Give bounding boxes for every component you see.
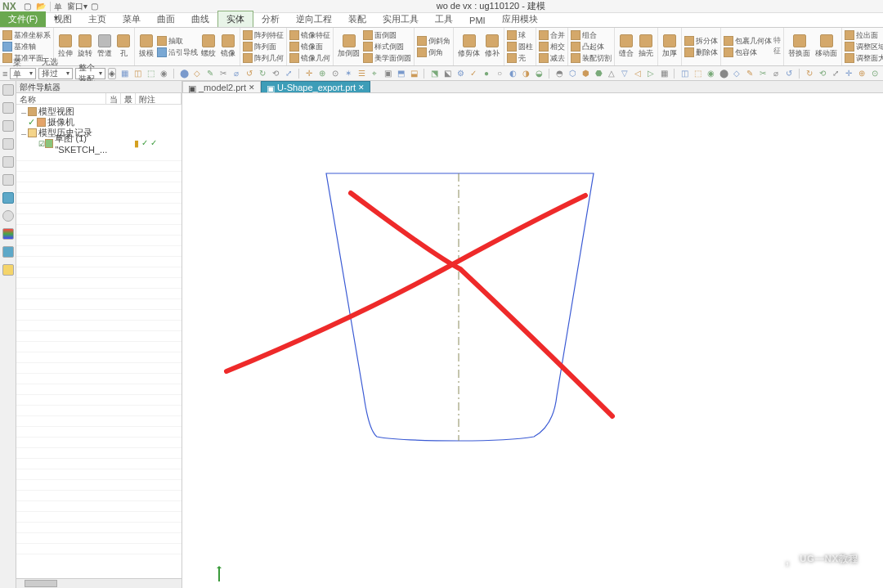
toolbar-icon[interactable]: ✓ (468, 68, 479, 79)
browser-icon[interactable] (2, 174, 14, 186)
toolbar-icon[interactable]: ⬣ (593, 68, 604, 79)
toolbar-icon[interactable]: ✂ (757, 68, 769, 79)
tab-home[interactable]: 主页 (80, 11, 114, 27)
trim-body-button[interactable]: 修剪体 (456, 34, 482, 60)
edge-chamfer-button[interactable]: 倒角 (417, 47, 450, 58)
reuse-library-icon[interactable] (2, 138, 14, 150)
pattern-face-button[interactable]: 阵列面 (243, 42, 284, 52)
part-navigator-icon[interactable] (2, 84, 14, 96)
toolbar-icon[interactable]: ⊕ (856, 68, 867, 79)
history-icon[interactable] (2, 192, 14, 204)
datum-axis-button[interactable]: 基准轴 (2, 42, 51, 52)
tab-surface[interactable]: 曲面 (149, 11, 183, 27)
toolbar-icon[interactable]: ◐ (507, 68, 518, 79)
toolbar-icon[interactable]: ● (481, 68, 492, 79)
toolbar-icon[interactable]: ⤢ (283, 68, 294, 79)
thread-button[interactable]: 螺纹 (199, 34, 217, 60)
pattern-feat-button[interactable]: 阵列特征 (243, 30, 284, 41)
toolbar-icon[interactable]: ⤢ (830, 68, 841, 79)
toolbar-icon[interactable]: ◇ (731, 68, 742, 79)
tab-utilities[interactable]: 实用工具 (374, 11, 427, 27)
extract-button[interactable]: 抽取 (157, 36, 198, 47)
cylinder-button[interactable]: 圆柱 (507, 42, 533, 52)
tab-curve[interactable]: 曲线 (183, 11, 217, 27)
col-current[interactable]: 当 (106, 93, 121, 104)
tab-menu[interactable]: 菜单 (114, 11, 149, 27)
toolbar-icon[interactable]: ⬔ (428, 68, 440, 79)
bounding-body-button[interactable]: 包容体 (724, 47, 772, 58)
tab-reverse[interactable]: 逆向工程 (288, 11, 340, 27)
selection-filter-dropdown[interactable]: 无选择过滤器 (38, 68, 73, 79)
toolbar-icon[interactable]: ⬚ (692, 68, 703, 79)
unite-button[interactable]: 合并 (539, 30, 565, 41)
menu-dropdown[interactable]: 菜单▾ (54, 1, 65, 12)
toolbar-icon[interactable]: ⌀ (231, 68, 242, 79)
datum-csys-button[interactable]: 基准坐标系 (2, 30, 51, 41)
toolbar-icon[interactable]: ◑ (520, 68, 531, 79)
col-name[interactable]: 名称 (16, 93, 106, 104)
toolbar-icon[interactable]: ⬢ (580, 68, 591, 79)
intersect-button[interactable]: 相交 (539, 42, 565, 52)
close-icon[interactable]: ✕ (358, 83, 365, 92)
toolbar-icon[interactable]: ✂ (217, 68, 229, 79)
delete-body-button[interactable]: 删除体 (684, 47, 718, 58)
toolbar-icon[interactable]: ◉ (705, 68, 716, 79)
mirror-geom-button[interactable]: 镜像几何 (289, 53, 330, 64)
toolbar-icon[interactable]: ◫ (679, 68, 690, 79)
toolbar-icon[interactable]: ◁ (632, 68, 643, 79)
toolbar-icon[interactable]: ⬕ (441, 68, 453, 79)
toolbar-icon[interactable]: ✛ (303, 68, 315, 79)
toolbar-icon[interactable]: ⬒ (395, 68, 406, 79)
toolbar-icon[interactable]: ☰ (356, 68, 367, 79)
assy-cut-button[interactable]: 装配切割 (571, 53, 612, 64)
new-icon[interactable]: ▢ (22, 1, 34, 12)
subtract-button[interactable]: 减去 (539, 53, 565, 64)
toolbar-icon[interactable]: ◈ (108, 68, 116, 79)
toolbar-icon[interactable]: ⬓ (408, 68, 419, 79)
resize-region-button[interactable]: 调整区域 (845, 42, 883, 52)
toolbar-icon[interactable]: ⊙ (869, 68, 881, 79)
palette-icon[interactable] (2, 228, 14, 240)
toolbar-icon[interactable]: ↺ (783, 68, 795, 79)
col-latest[interactable]: 最 (121, 93, 136, 104)
select-icon[interactable] (2, 246, 14, 258)
close-icon[interactable]: ✕ (249, 83, 255, 92)
tab-file[interactable]: 文件(F) (0, 11, 46, 27)
tube-button[interactable]: 管道 (96, 34, 114, 60)
aesthetic-blend-button[interactable]: 美学面倒圆 (363, 53, 411, 64)
tree-row-sketch[interactable]: ☑草图 (1) "SKETCH_... ▮✓✓ (16, 138, 182, 149)
toolbar-icon[interactable]: ⟲ (817, 68, 828, 79)
toolbar-icon[interactable]: ✎ (204, 68, 216, 79)
thicken-button[interactable]: 加厚 (661, 34, 679, 60)
tab-assembly[interactable]: 装配 (340, 11, 374, 27)
patch-button[interactable]: 修补 (483, 34, 501, 60)
doc-tab-model2[interactable]: ▣ _model2.prt ✕ (182, 81, 261, 92)
shell2-button[interactable]: 抽壳 (637, 34, 655, 60)
toolbar-icon[interactable]: ▷ (645, 68, 657, 79)
hole-button[interactable]: 孔 (115, 34, 132, 60)
pattern-geom-button[interactable]: 阵列几何 (243, 53, 284, 64)
tbmenu-extra[interactable]: ▢ (89, 1, 101, 12)
sew-button[interactable]: 缝合 (617, 34, 635, 60)
tab-solid[interactable]: 实体 (217, 11, 253, 27)
toolbar-icon[interactable]: ↻ (804, 68, 815, 79)
toolbar-icon[interactable]: ⌖ (369, 68, 380, 79)
col-note[interactable]: 附注 (136, 93, 182, 104)
face-blend-button[interactable]: 面倒圆 (363, 30, 411, 41)
wrap-geom-button[interactable]: 包裹几何体 (724, 36, 772, 47)
tab-view[interactable]: 视图 (46, 11, 80, 27)
mirror-feat-button[interactable]: 镜像特征 (289, 30, 330, 41)
mirror-button[interactable]: 镜像 (219, 34, 237, 60)
toolbar-icon[interactable]: ▦ (658, 68, 670, 79)
blend-button[interactable]: 加倒圆 (336, 34, 361, 60)
replace-face-button[interactable]: 替换面 (787, 34, 812, 60)
sphere-button[interactable]: 球 (507, 30, 533, 41)
toolbar-icon[interactable]: ▣ (382, 68, 393, 79)
window-dropdown[interactable]: 窗口▾ (67, 1, 87, 12)
open-icon[interactable]: 📂 (35, 1, 47, 12)
toolbar-icon[interactable]: ◉ (158, 68, 169, 79)
toolbar-icon[interactable]: ⟲ (270, 68, 281, 79)
doc-tab-ushape[interactable]: ▣ U-Shape_export.prt ✕ (261, 81, 370, 92)
menu-button[interactable]: 菜单(M) (10, 68, 35, 79)
tab-pmi[interactable]: PMI (461, 14, 494, 27)
